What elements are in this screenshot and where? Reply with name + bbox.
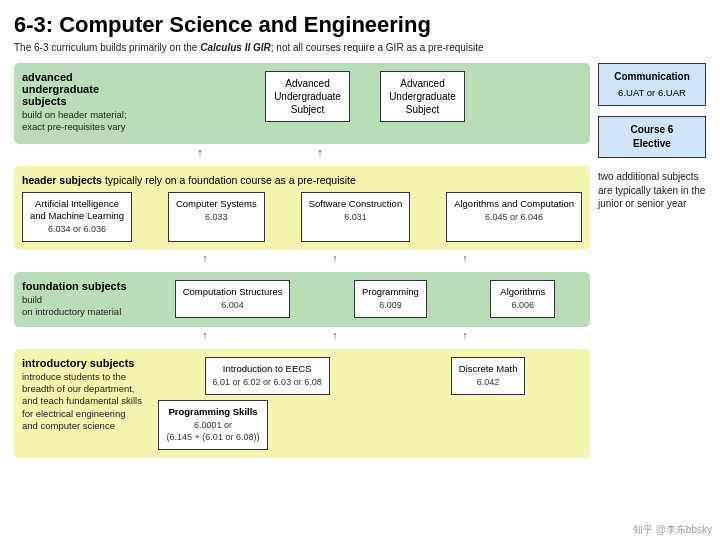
advanced-box-1-title: AdvancedUndergraduateSubject	[274, 78, 341, 115]
diagram-left: advanced undergraduate subjects build on…	[14, 63, 590, 458]
header-box-alg-title: Algorithms and Computation	[454, 198, 574, 209]
header-box-sc-title: Software Construction	[309, 198, 402, 209]
foundation-label: foundation subjects	[22, 280, 142, 292]
header-label: header subjects	[22, 174, 102, 186]
arrow-4: ↑	[332, 252, 338, 264]
watermark: 知乎 @李东bbsky	[633, 523, 712, 537]
intro-box-eecs-course: 6.01 or 6.02 or 6.03 or 6.08	[213, 377, 322, 389]
advanced-label: advanced undergraduate subjects	[22, 71, 142, 107]
right-panel: Communication 6.UAT or 6.UAR Course 6Ele…	[598, 63, 706, 458]
arrows-fnd-to-intro: ↑ ↑ ↑	[14, 329, 590, 341]
foundation-box-prog-course: 6.009	[362, 300, 419, 312]
header-box-cs-course: 6.033	[176, 212, 257, 224]
arrow-8: ↑	[462, 329, 468, 341]
intro-box-prog-skills-title: Programming Skills	[168, 406, 257, 417]
advanced-box-2-title: AdvancedUndergraduateSubject	[389, 78, 456, 115]
header-box-cs-title: Computer Systems	[176, 198, 257, 209]
arrow-7: ↑	[332, 329, 338, 341]
header-box-alg-course: 6.045 or 6.046	[454, 212, 574, 224]
right-box-comm-course: 6.UAT or 6.UAR	[607, 86, 697, 99]
intro-box-dm: Discrete Math 6.042	[451, 357, 526, 395]
arrow-2: ↑	[317, 146, 323, 158]
advanced-box-2: AdvancedUndergraduateSubject	[380, 71, 465, 122]
header-box-cs: Computer Systems 6.033	[168, 192, 265, 242]
arrows-hdr-to-fnd: ↑ ↑ ↑	[14, 252, 590, 264]
right-box-comm-title: Communication	[607, 70, 697, 84]
foundation-box-alg: Algorithms 6.006	[490, 280, 555, 318]
arrow-5: ↑	[462, 252, 468, 264]
advanced-boxes: AdvancedUndergraduateSubject AdvancedUnd…	[148, 71, 582, 122]
arrow-1: ↑	[197, 146, 203, 158]
intro-box-eecs: Introduction to EECS 6.01 or 6.02 or 6.0…	[205, 357, 330, 395]
right-box-elective: Course 6Elective	[598, 116, 706, 158]
header-box-ai-course: 6.034 or 6.036	[30, 224, 124, 236]
foundation-box-cs: Computation Structures 6.004	[175, 280, 291, 318]
arrow-3: ↑	[202, 252, 208, 264]
foundation-box-alg-course: 6.006	[498, 300, 547, 312]
diagram: advanced undergraduate subjects build on…	[14, 63, 706, 458]
advanced-desc: build on header material; exact pre-requ…	[22, 109, 142, 134]
foundation-box-prog: Programming 6.009	[354, 280, 427, 318]
section-advanced: advanced undergraduate subjects build on…	[14, 63, 590, 144]
header-box-alg: Algorithms and Computation 6.045 or 6.04…	[446, 192, 582, 242]
section-foundation: foundation subjects buildon introductory…	[14, 272, 590, 327]
intro-box-eecs-title: Introduction to EECS	[223, 363, 312, 374]
subtitle-bold: Calculus II GIR	[200, 42, 271, 53]
foundation-desc: buildon introductory material	[22, 294, 142, 319]
header-box-ai: Artificial Intelligenceand Machine Learn…	[22, 192, 132, 242]
advanced-box-1: AdvancedUndergraduateSubject	[265, 71, 350, 122]
intro-box-dm-course: 6.042	[459, 377, 518, 389]
intro-box-dm-title: Discrete Math	[459, 363, 518, 374]
intro-desc: introduce students to the breadth of our…	[22, 371, 142, 433]
foundation-box-prog-title: Programming	[362, 286, 419, 297]
arrow-6: ↑	[202, 329, 208, 341]
intro-label: introductory subjects	[22, 357, 142, 369]
page-title: 6-3: Computer Science and Engineering	[14, 12, 706, 38]
arrows-adv-to-hdr: ↑ ↑	[14, 146, 590, 158]
right-panel-desc: two additional subjects are typically ta…	[598, 170, 706, 211]
section-intro: introductory subjects introduce students…	[14, 349, 590, 458]
foundation-box-alg-title: Algorithms	[500, 286, 545, 297]
section-header: header subjects typically rely on a foun…	[14, 166, 590, 250]
header-box-ai-title: Artificial Intelligenceand Machine Learn…	[30, 198, 124, 221]
header-box-sc-course: 6.031	[309, 212, 402, 224]
header-desc: typically rely on a foundation course as…	[105, 174, 356, 186]
foundation-box-cs-title: Computation Structures	[183, 286, 283, 297]
intro-box-prog-skills: Programming Skills 6.0001 or(6.145 + (6.…	[158, 400, 268, 450]
header-box-sc: Software Construction 6.031	[301, 192, 410, 242]
intro-box-prog-skills-course: 6.0001 or(6.145 + (6.01 or 6.08))	[166, 420, 260, 443]
foundation-box-cs-course: 6.004	[183, 300, 283, 312]
subtitle: The 6-3 curriculum builds primarily on t…	[14, 42, 706, 53]
right-box-communication: Communication 6.UAT or 6.UAR	[598, 63, 706, 106]
right-box-elec-title: Course 6Elective	[607, 123, 697, 151]
